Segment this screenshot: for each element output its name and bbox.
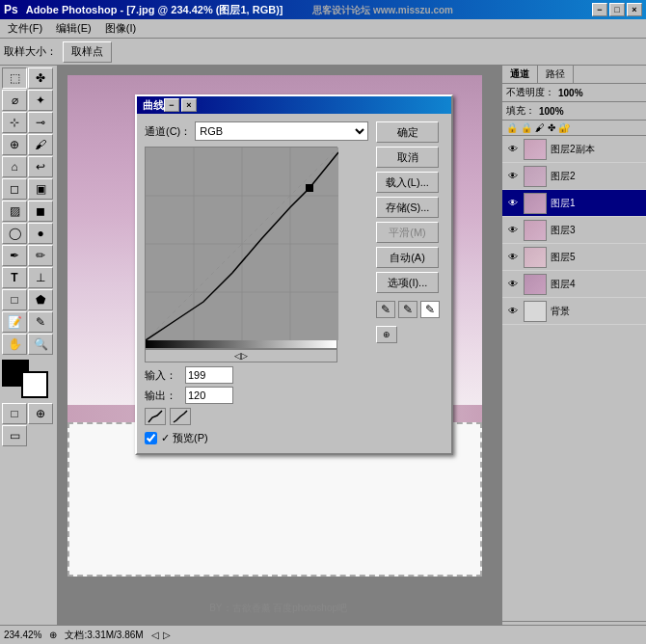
layer-thumb-5 [524, 274, 547, 295]
quick-mask[interactable]: ⊕ [28, 403, 53, 424]
curves-cancel-button[interactable]: 取消 [376, 147, 439, 168]
layer-item-1[interactable]: 👁 图层2 [502, 163, 646, 190]
curves-input-field[interactable]: 199 [185, 366, 233, 384]
title-bar-left: Ps Adobe Photoshop - [7.jpg @ 234.42% (图… [4, 3, 283, 17]
close-button[interactable]: × [627, 3, 642, 16]
layer-eye-0[interactable]: 👁 [506, 143, 520, 156]
curves-channel-select[interactable]: RGB 红 绿 蓝 [195, 121, 368, 141]
lock-icon-2[interactable]: 🖌 [535, 122, 545, 133]
layer-item-5[interactable]: 👁 图层4 [502, 271, 646, 298]
screen-mode[interactable]: ▭ [2, 425, 27, 446]
zoom-tool[interactable]: 🔍 [28, 334, 53, 355]
layer-eye-4[interactable]: 👁 [506, 251, 520, 264]
curves-load-button[interactable]: 载入(L)... [376, 172, 439, 193]
tool-row-3: ⊹ ⊸ [2, 112, 55, 133]
paths-tab[interactable]: 路径 [538, 66, 574, 83]
curves-left: 通道(C)： RGB 红 绿 蓝 [145, 121, 368, 445]
layer-name-4: 图层5 [551, 251, 642, 264]
curves-save-button[interactable]: 存储(S)... [376, 197, 439, 218]
slice-tool[interactable]: ⊸ [28, 112, 53, 133]
selection-tool[interactable]: ⬚ [2, 67, 27, 89]
gradient-tool[interactable]: ▨ [2, 201, 27, 222]
lock-icon-1[interactable]: 🔒 [521, 122, 532, 133]
curves-ok-button[interactable]: 确定 [376, 121, 439, 143]
layer-eye-1[interactable]: 👁 [506, 170, 520, 183]
minimize-button[interactable]: − [592, 3, 607, 16]
healing-brush[interactable]: ⊕ [2, 134, 27, 155]
preview-checkbox[interactable] [145, 432, 157, 444]
eyedropper-tool[interactable]: ✎ [28, 311, 53, 333]
maximize-button[interactable]: □ [609, 3, 625, 16]
layer-item-0[interactable]: 👁 图层2副本 [502, 136, 646, 163]
curves-canvas[interactable] [145, 147, 337, 339]
shape-tool[interactable]: □ [2, 289, 27, 310]
layer-eye-6[interactable]: 👁 [506, 305, 520, 318]
layer-item-2[interactable]: 👁 图层1 [502, 190, 646, 217]
layer-eye-5[interactable]: 👁 [506, 278, 520, 291]
text-tool[interactable]: T [2, 267, 27, 288]
tool-row-5: ⌂ ↩ [2, 156, 55, 177]
lock-icon-4[interactable]: 🔐 [558, 122, 570, 133]
curves-arrows[interactable]: ◁▷ [145, 349, 337, 362]
move-tool[interactable]: ✤ [28, 67, 53, 89]
curves-min-btn[interactable]: − [164, 98, 179, 112]
custom-shape[interactable]: ⬟ [28, 289, 53, 310]
gray-point-eyedropper[interactable]: ✎ [398, 301, 417, 318]
curves-dialog: 曲线 − × 通道(C)： RGB 红 绿 蓝 [135, 94, 453, 455]
layer-item-3[interactable]: 👁 图层3 [502, 217, 646, 244]
menu-edit[interactable]: 编辑(E) [50, 20, 97, 37]
curves-auto-button[interactable]: 自动(A) [376, 247, 439, 268]
tool-row-8: ◯ ● [2, 223, 55, 244]
background-color[interactable] [21, 371, 48, 398]
lasso-tool[interactable]: ⌀ [2, 90, 27, 111]
toolbox: ⬚ ✤ ⌀ ✦ ⊹ ⊸ ⊕ 🖌 ⌂ ↩ ◻ ▣ ▨ ◼ ◯ ● [0, 66, 58, 644]
menu-image[interactable]: 图像(I) [99, 20, 142, 37]
vertical-text[interactable]: ⊥ [28, 267, 53, 288]
magic-wand[interactable]: ✦ [28, 90, 53, 111]
notes-tool[interactable]: 📝 [2, 311, 27, 333]
layer-eye-2[interactable]: 👁 [506, 197, 520, 210]
freeform-pen[interactable]: ✏ [28, 245, 53, 266]
pen-tool[interactable]: ✒ [2, 245, 27, 266]
burn-tool[interactable]: ● [28, 223, 53, 244]
brush-tool[interactable]: 🖌 [28, 134, 53, 155]
curves-preview-row: ✓ 预览(P) [145, 431, 368, 445]
curves-title: 曲线 − × [137, 96, 451, 114]
curves-output-field[interactable]: 120 [185, 387, 233, 404]
crop-tool[interactable]: ⊹ [2, 112, 27, 133]
curve-icon-btn-2[interactable] [170, 408, 191, 425]
sample-size-button[interactable]: 取样点 [63, 41, 112, 63]
layer-eye-3[interactable]: 👁 [506, 224, 520, 237]
hand-tool[interactable]: ✋ [2, 334, 27, 355]
tool-row-13: ✋ 🔍 [2, 334, 55, 355]
dodge-tool[interactable]: ◯ [2, 223, 27, 244]
nav-arrow-left[interactable]: ◁ [151, 630, 159, 640]
layers-list: 👁 图层2副本 👁 图层2 👁 图层1 👁 图层3 👁 [502, 136, 646, 621]
curves-title-text: 曲线 [143, 98, 164, 113]
layers-tab[interactable]: 通道 [502, 66, 538, 83]
paint-bucket[interactable]: ◼ [28, 201, 53, 222]
nav-arrow-right[interactable]: ▷ [163, 630, 171, 640]
standard-mode[interactable]: □ [2, 403, 27, 424]
lock-icon-3[interactable]: ✤ [548, 122, 555, 133]
opacity-value: 100% [558, 88, 583, 98]
tool-row-screen: ▭ [2, 425, 55, 446]
curves-smooth-button[interactable]: 平滑(M) [376, 222, 439, 243]
curves-close-btn[interactable]: × [181, 98, 197, 112]
curves-options-button[interactable]: 选项(I)... [376, 272, 439, 293]
history-brush[interactable]: ↩ [28, 156, 53, 177]
layer-name-0: 图层2副本 [551, 143, 642, 156]
eraser-tool[interactable]: ◻ [2, 178, 27, 200]
canvas-area: 曲线 − × 通道(C)： RGB 红 绿 蓝 [58, 66, 501, 644]
curves-svg [146, 148, 338, 340]
curves-right-buttons: 确定 取消 载入(L)... 存储(S)... 平滑(M) 自动(A) 选项(I… [376, 121, 444, 445]
curves-eyedropper-small[interactable]: ⊕ [376, 326, 397, 343]
black-point-eyedropper[interactable]: ✎ [376, 301, 395, 318]
background-eraser[interactable]: ▣ [28, 178, 53, 200]
layer-item-6[interactable]: 👁 背景 [502, 298, 646, 325]
clone-stamp[interactable]: ⌂ [2, 156, 27, 177]
menu-file[interactable]: 文件(F) [2, 20, 48, 37]
white-point-eyedropper[interactable]: ✎ [420, 301, 440, 318]
layer-item-4[interactable]: 👁 图层5 [502, 244, 646, 271]
curve-icon-btn-1[interactable] [145, 408, 166, 425]
